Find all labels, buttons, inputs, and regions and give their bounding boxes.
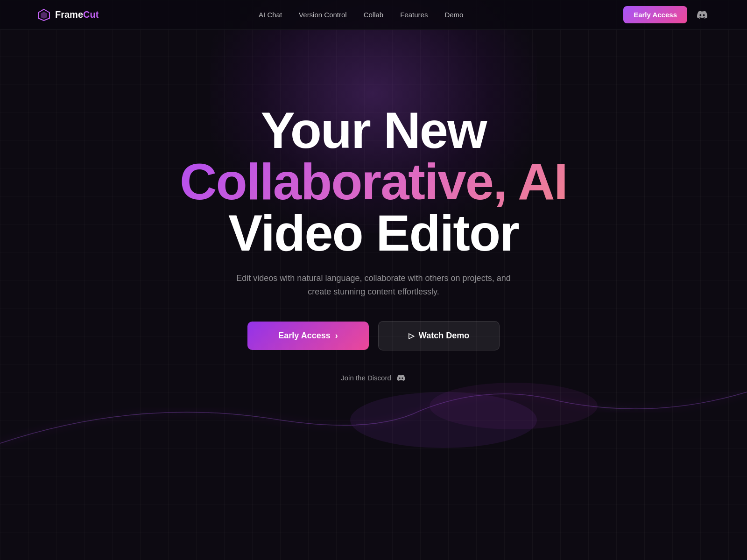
play-icon: ▷: [409, 331, 414, 340]
watch-demo-button[interactable]: ▷ Watch Demo: [378, 321, 500, 350]
nav-links: AI Chat Version Control Collab Features …: [259, 11, 463, 19]
svg-point-2: [350, 392, 537, 448]
early-access-nav-button[interactable]: Early Access: [623, 6, 687, 23]
discord-nav-icon[interactable]: [695, 7, 710, 22]
join-discord-link[interactable]: Join the Discord: [341, 373, 406, 383]
nav-version-control[interactable]: Version Control: [299, 11, 347, 19]
nav-features[interactable]: Features: [400, 11, 428, 19]
nav-ai-chat[interactable]: AI Chat: [259, 11, 282, 19]
navbar: FrameCut AI Chat Version Control Collab …: [0, 0, 747, 30]
nav-collab[interactable]: Collab: [364, 11, 384, 19]
svg-point-3: [430, 383, 598, 429]
svg-marker-1: [41, 12, 47, 19]
hero-buttons: Early Access › ▷ Watch Demo: [247, 321, 500, 350]
logo[interactable]: FrameCut: [37, 8, 99, 21]
chevron-right-icon: ›: [335, 331, 338, 341]
hero-description: Edit videos with natural language, colla…: [229, 272, 518, 299]
nav-demo[interactable]: Demo: [444, 11, 463, 19]
logo-text: FrameCut: [55, 9, 99, 20]
hero-title-line1: Your New: [261, 105, 486, 156]
hero-section: Your New Collaborative, AI Video Editor …: [0, 30, 747, 383]
early-access-hero-button[interactable]: Early Access ›: [247, 322, 369, 350]
logo-icon: [37, 8, 50, 21]
nav-right: Early Access: [623, 6, 710, 23]
hero-title-line2: Collaborative, AI: [180, 156, 567, 207]
discord-small-icon: [396, 373, 406, 383]
hero-title-line3: Video Editor: [228, 207, 519, 259]
